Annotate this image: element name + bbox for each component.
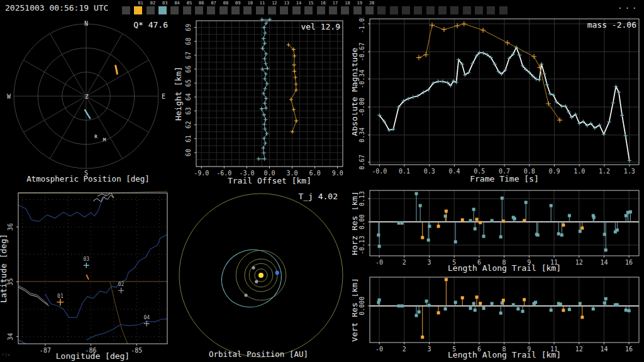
svg-text:Absolute Magnitude: Absolute Magnitude bbox=[352, 47, 359, 136]
tab-number: 10 bbox=[247, 1, 252, 6]
svg-text:62: 62 bbox=[185, 121, 192, 129]
tab-blank[interactable] bbox=[401, 0, 413, 17]
tab-square bbox=[256, 6, 264, 14]
tab-number: 02 bbox=[150, 1, 155, 6]
tab-05[interactable]: 05 bbox=[182, 0, 194, 17]
tab-15[interactable]: 15 bbox=[304, 0, 316, 17]
tab-number: 17 bbox=[333, 1, 338, 6]
tab-04[interactable]: 04 bbox=[170, 0, 182, 17]
vertical-residuals-chart: -0235689111214160.000Length Along Trail … bbox=[352, 275, 644, 362]
tab-square bbox=[231, 6, 240, 14]
svg-text:36: 36 bbox=[7, 223, 14, 231]
svg-text:16: 16 bbox=[625, 259, 633, 266]
svg-text:14: 14 bbox=[600, 346, 608, 353]
tab-square bbox=[292, 6, 301, 14]
top-bar: 20251003 00:56:19 UTC 010203040506070809… bbox=[0, 0, 644, 17]
svg-text:Vert Res [km]: Vert Res [km] bbox=[352, 278, 359, 342]
tab-07[interactable]: 07 bbox=[206, 0, 218, 17]
tab-blank[interactable] bbox=[438, 0, 450, 17]
tab-number: 07 bbox=[211, 1, 216, 6]
svg-text:-85: -85 bbox=[131, 347, 142, 354]
svg-text:Orbital Position [AU]: Orbital Position [AU] bbox=[209, 349, 308, 359]
svg-text:0.000: 0.000 bbox=[358, 297, 365, 315]
tab-square bbox=[158, 6, 167, 14]
tab-blank[interactable] bbox=[377, 0, 389, 17]
svg-text:Z: Z bbox=[85, 94, 89, 100]
svg-text:1.0: 1.0 bbox=[574, 168, 585, 175]
tab-square bbox=[438, 6, 447, 14]
tab-square bbox=[170, 6, 179, 14]
ground-map-chart: 01020304-87-86-85343536Longitude [deg]La… bbox=[0, 189, 173, 362]
tab-06[interactable]: 06 bbox=[194, 0, 206, 17]
tab-square bbox=[317, 6, 325, 14]
tab-19[interactable]: 19 bbox=[353, 0, 365, 17]
tab-blank[interactable] bbox=[389, 0, 401, 17]
svg-text:Atmospheric Position [deg]: Atmospheric Position [deg] bbox=[26, 174, 150, 184]
tab-13[interactable]: 13 bbox=[279, 0, 291, 17]
tab-number: 18 bbox=[345, 1, 350, 6]
svg-text:-0.00: -0.00 bbox=[358, 97, 365, 116]
svg-text:69: 69 bbox=[185, 24, 192, 31]
tab-square bbox=[463, 6, 471, 14]
tab-18[interactable]: 18 bbox=[340, 0, 352, 17]
svg-text:-9.0: -9.0 bbox=[194, 170, 209, 177]
tab-blank[interactable] bbox=[486, 0, 498, 17]
tab-number: 14 bbox=[296, 1, 301, 6]
tab-blank[interactable] bbox=[450, 0, 462, 17]
tab-square bbox=[134, 6, 142, 14]
svg-text:1.3: 1.3 bbox=[624, 168, 635, 175]
svg-text:Trail Offset [km]: Trail Offset [km] bbox=[228, 176, 311, 185]
overflow-menu-button[interactable]: ... bbox=[618, 1, 639, 11]
atmospheric-position-chart: NESWZRMAtmospheric Position [deg]Q* 47.6 bbox=[0, 17, 173, 189]
svg-text:-0: -0 bbox=[375, 346, 383, 353]
svg-text:66: 66 bbox=[185, 65, 192, 73]
tab-square bbox=[365, 6, 374, 14]
svg-text:Longitude [deg]: Longitude [deg] bbox=[56, 351, 130, 361]
tab-03[interactable]: 03 bbox=[158, 0, 170, 17]
tab-blank[interactable] bbox=[426, 0, 438, 17]
tab-square bbox=[195, 6, 203, 14]
tab-square bbox=[268, 6, 276, 14]
svg-text:64: 64 bbox=[185, 93, 192, 101]
svg-text:1.2: 1.2 bbox=[599, 168, 610, 175]
svg-text:-1.01: -1.01 bbox=[358, 17, 365, 33]
svg-text:60: 60 bbox=[185, 149, 192, 156]
tab-blank[interactable] bbox=[499, 0, 511, 17]
tab-blank[interactable] bbox=[413, 0, 425, 17]
svg-text:Frame Time [s]: Frame Time [s] bbox=[470, 174, 539, 184]
tab-square bbox=[207, 6, 215, 14]
tab-blank[interactable] bbox=[474, 0, 486, 17]
tab-20[interactable]: 20 bbox=[365, 0, 377, 17]
tab-16[interactable]: 16 bbox=[316, 0, 328, 17]
svg-text:T_j 4.02: T_j 4.02 bbox=[298, 192, 338, 201]
tab-square bbox=[377, 6, 386, 14]
utc-clock: 20251003 00:56:19 UTC bbox=[5, 3, 108, 13]
tab-10[interactable]: 10 bbox=[243, 0, 255, 17]
tab-01[interactable]: 01 bbox=[133, 0, 145, 17]
tab-17[interactable]: 17 bbox=[328, 0, 340, 17]
svg-text:0.67: 0.67 bbox=[358, 155, 365, 170]
svg-text:N: N bbox=[84, 20, 88, 27]
tab-12[interactable]: 12 bbox=[267, 0, 279, 17]
svg-text:63: 63 bbox=[185, 107, 192, 114]
tab-number: 03 bbox=[162, 1, 167, 6]
svg-text:Length Along Trail [km]: Length Along Trail [km] bbox=[448, 263, 561, 273]
svg-text:0.1: 0.1 bbox=[399, 168, 410, 175]
svg-text:W: W bbox=[7, 93, 11, 100]
tab-02[interactable]: 02 bbox=[146, 0, 158, 17]
tab-14[interactable]: 14 bbox=[292, 0, 304, 17]
tab-number: 15 bbox=[308, 1, 313, 6]
tab-blank[interactable] bbox=[121, 0, 133, 17]
svg-text:M: M bbox=[103, 137, 106, 143]
svg-text:Length Along Trail [km]: Length Along Trail [km] bbox=[448, 350, 561, 359]
tab-square bbox=[402, 6, 410, 14]
svg-text:0.34: 0.34 bbox=[358, 128, 365, 143]
tab-11[interactable]: 11 bbox=[255, 0, 267, 17]
tab-08[interactable]: 08 bbox=[219, 0, 231, 17]
tab-number: 08 bbox=[223, 1, 228, 6]
svg-text:Q* 47.6: Q* 47.6 bbox=[133, 20, 168, 30]
tab-number: 04 bbox=[174, 1, 179, 6]
tab-strip: 0102030405060708091011121314151617181920 bbox=[121, 0, 511, 17]
tab-blank[interactable] bbox=[462, 0, 474, 17]
tab-09[interactable]: 09 bbox=[231, 0, 243, 17]
